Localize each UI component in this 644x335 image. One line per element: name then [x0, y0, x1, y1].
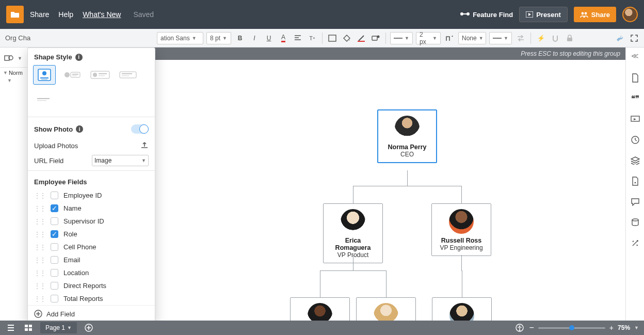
shape-options-button[interactable] [370, 33, 381, 44]
drag-handle-icon[interactable]: ⋮⋮ [34, 231, 45, 238]
drag-handle-icon[interactable]: ⋮⋮ [34, 205, 45, 212]
collapse-right-panel[interactable]: ≪ [631, 52, 639, 60]
expand-icon[interactable]: ▼ [3, 70, 8, 75]
lock-icon[interactable] [564, 33, 575, 44]
align-button[interactable] [292, 33, 303, 44]
field-row[interactable]: ⋮⋮Direct Reports [28, 279, 155, 292]
tree-item[interactable]: ▼Norm [0, 69, 28, 77]
zoom-menu-caret[interactable]: ▼ [634, 325, 639, 330]
share-button[interactable]: Share [574, 7, 616, 22]
border-style-button[interactable] [327, 33, 338, 44]
field-checkbox[interactable] [51, 295, 58, 302]
shape-style-option-5[interactable] [33, 90, 56, 109]
wrench-icon[interactable] [614, 33, 625, 44]
field-checkbox[interactable] [51, 192, 58, 199]
line-routing-button[interactable] [444, 33, 455, 44]
swap-arrows-button[interactable] [515, 33, 526, 44]
presentation-icon[interactable] [630, 114, 641, 125]
drag-handle-icon[interactable]: ⋮⋮ [34, 257, 45, 264]
drag-handle-icon[interactable]: ⋮⋮ [34, 218, 45, 225]
field-row[interactable]: ⋮⋮Email [28, 253, 155, 266]
chevron-down-icon[interactable]: ▼ [18, 56, 22, 61]
clear-format-button[interactable]: T× [307, 33, 318, 44]
field-checkbox[interactable] [51, 282, 58, 290]
org-node[interactable]: Erica RomagueraVP Product [323, 203, 383, 263]
org-node[interactable]: Emily AdamsPMM [290, 297, 350, 321]
menu-share[interactable]: Share [30, 10, 49, 19]
zoom-out-button[interactable]: − [529, 323, 534, 332]
line-width-select[interactable]: 2 px▼ [416, 32, 441, 44]
field-checkbox[interactable] [51, 217, 58, 225]
drag-handle-icon[interactable]: ⋮⋮ [34, 282, 45, 290]
present-button[interactable]: Present [519, 7, 568, 22]
magic-icon[interactable] [630, 237, 641, 249]
zoom-slider[interactable] [538, 327, 605, 329]
field-row[interactable]: ⋮⋮Location [28, 266, 155, 279]
menu-help[interactable]: Help [58, 10, 73, 19]
app-menu-button[interactable] [6, 6, 24, 23]
field-row[interactable]: ⋮⋮Total Reports [28, 292, 155, 305]
field-row[interactable]: ⋮⋮Employee ID [28, 189, 155, 202]
list-view-button[interactable] [5, 322, 17, 333]
action-icon[interactable]: ⚡ [535, 33, 546, 44]
drag-handle-icon[interactable]: ⋮⋮ [34, 244, 45, 251]
arrow-start-select[interactable]: None▼ [458, 32, 486, 44]
info-icon[interactable]: i [76, 125, 83, 133]
org-node[interactable]: Russell RossVP Engineering [431, 203, 491, 256]
underline-button[interactable]: U [263, 33, 275, 44]
fullscreen-button[interactable] [629, 33, 640, 44]
feature-find-button[interactable]: Feature Find [460, 11, 513, 19]
field-checkbox[interactable]: ✓ [51, 230, 58, 238]
italic-button[interactable]: I [249, 33, 260, 44]
text-color-button[interactable]: A [278, 33, 289, 44]
zoom-in-button[interactable]: + [609, 324, 614, 332]
quote-icon[interactable]: ❝❞ [630, 93, 641, 104]
shape-style-option-1[interactable] [33, 65, 56, 85]
history-icon[interactable] [630, 134, 641, 146]
arrow-end-select[interactable]: ▼ [489, 32, 512, 44]
org-node[interactable]: Erin SnyderTemplate Specialist [356, 297, 416, 321]
upload-icon[interactable] [140, 141, 149, 151]
add-page-button[interactable] [83, 322, 94, 333]
font-size-select[interactable]: 8 pt▼ [206, 32, 231, 44]
drag-handle-icon[interactable]: ⋮⋮ [34, 295, 45, 302]
field-row[interactable]: ⋮⋮Supervisor ID [28, 215, 155, 228]
page-settings-icon[interactable] [630, 176, 641, 187]
field-checkbox[interactable] [51, 269, 58, 277]
org-node[interactable]: Owen RileySr. Web Dev [432, 297, 492, 321]
zoom-slider-thumb[interactable] [569, 325, 574, 330]
menu-whats-new[interactable]: What's New [83, 10, 121, 19]
shape-style-option-2[interactable] [61, 65, 84, 85]
info-icon[interactable]: i [75, 54, 83, 61]
field-checkbox[interactable] [51, 243, 58, 251]
data-icon[interactable] [630, 217, 641, 228]
field-checkbox[interactable]: ✓ [51, 204, 58, 212]
fill-color-button[interactable] [341, 33, 352, 44]
line-type-select[interactable]: ▼ [390, 32, 413, 44]
shapes-library-button[interactable] [3, 53, 14, 64]
url-field-select[interactable]: Image▼ [92, 155, 149, 166]
field-row[interactable]: ⋮⋮✓Name [28, 202, 155, 215]
drag-handle-icon[interactable]: ⋮⋮ [34, 269, 45, 277]
comments-icon[interactable] [630, 196, 641, 208]
zoom-value[interactable]: 75% [618, 324, 630, 331]
document-title[interactable]: Org Cha [5, 34, 30, 42]
magnet-icon[interactable] [550, 33, 561, 44]
font-family-select[interactable]: ation Sans▼ [157, 32, 203, 44]
employee-fields-list[interactable]: ⋮⋮Employee ID⋮⋮✓Name⋮⋮Supervisor ID⋮⋮✓Ro… [28, 189, 155, 305]
accessibility-icon[interactable] [514, 322, 525, 333]
field-row[interactable]: ⋮⋮✓Role [28, 228, 155, 241]
field-checkbox[interactable] [51, 256, 58, 264]
document-icon[interactable] [630, 72, 641, 84]
user-avatar[interactable] [622, 7, 638, 22]
page-tab[interactable]: Page 1▼ [40, 322, 77, 333]
show-photo-toggle[interactable] [131, 124, 149, 134]
field-row[interactable]: ⋮⋮Cell Phone [28, 241, 155, 253]
shape-style-option-3[interactable] [89, 65, 111, 85]
add-field-button[interactable]: Add Field [28, 305, 155, 321]
bold-button[interactable]: B [234, 33, 246, 44]
line-color-button[interactable] [356, 33, 367, 44]
layers-icon[interactable] [630, 155, 641, 166]
shape-style-option-4[interactable] [117, 65, 139, 85]
expand-icon[interactable]: ▼ [7, 78, 12, 83]
